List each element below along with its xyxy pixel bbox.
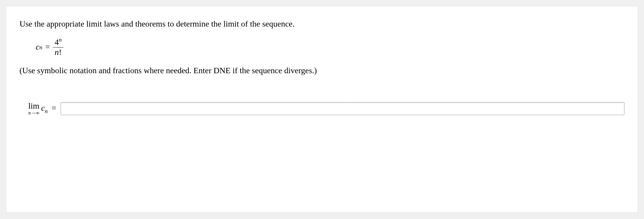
question-prompt: Use the appropriate limit laws and theor… xyxy=(19,18,625,30)
formula-fraction: 4n n! xyxy=(53,37,63,57)
formula-denominator: n! xyxy=(53,47,63,57)
answer-row: lim n→∞ cn = xyxy=(28,102,625,116)
limit-sequence-var: cn = xyxy=(41,103,56,114)
limit-label: lim xyxy=(28,102,39,110)
formula-lhs-var: c xyxy=(36,42,39,52)
denominator-factorial: ! xyxy=(59,48,61,57)
limit-subscript: n→∞ xyxy=(28,111,39,116)
answer-var-sub: n xyxy=(45,108,48,114)
formula-definition: cn = 4n n! xyxy=(36,37,625,57)
answer-input[interactable] xyxy=(61,102,625,115)
denominator-var: n xyxy=(55,48,59,57)
formula-equals: = xyxy=(45,42,50,52)
formula-numerator: 4n xyxy=(53,37,63,47)
numerator-exponent: n xyxy=(59,37,62,43)
answer-var: c xyxy=(41,103,45,112)
question-container: Use the appropriate limit laws and theor… xyxy=(6,6,638,213)
numerator-base: 4 xyxy=(55,38,59,47)
answer-equals: = xyxy=(52,103,56,112)
limit-expression: lim n→∞ cn = xyxy=(28,102,56,116)
input-hint: (Use symbolic notation and fractions whe… xyxy=(19,66,625,75)
limit-stack: lim n→∞ xyxy=(28,102,39,116)
formula-lhs-sub: n xyxy=(39,44,42,51)
